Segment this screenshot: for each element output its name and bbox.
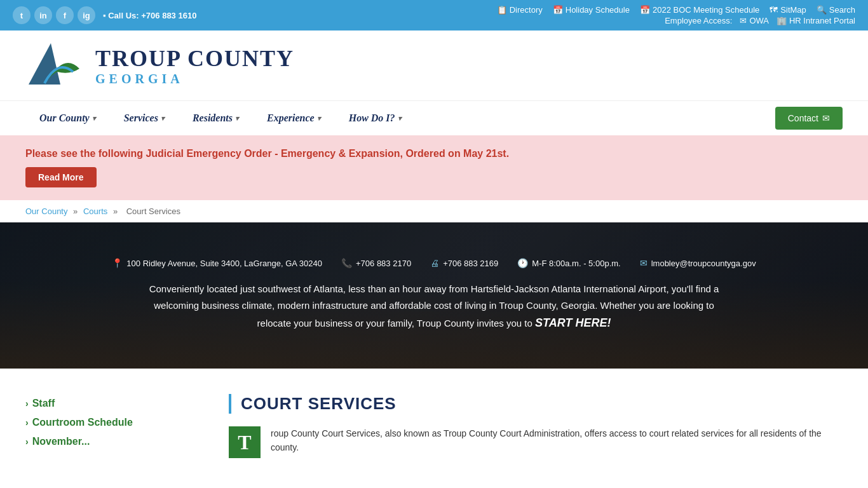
location-icon: 📍 <box>112 258 123 268</box>
sidebar-item-staff[interactable]: › Staff <box>25 394 203 413</box>
logo-area: TROUP COUNTY GEORGIA <box>0 30 868 100</box>
facebook-icon[interactable]: f <box>56 6 74 24</box>
hero-section: 📍 100 Ridley Avenue, Suite 3400, LaGrang… <box>0 222 868 369</box>
call-us-label: Call Us: <box>108 11 139 20</box>
hero-email: ✉ lmobley@troupcountyga.gov <box>640 258 756 268</box>
contact-button[interactable]: Contact ✉ <box>775 107 843 130</box>
holiday-link[interactable]: 📅 Holiday Schedule <box>553 5 630 15</box>
call-us: ▪ Call Us: +706 883 1610 <box>103 11 196 20</box>
chevron-right-icon: › <box>25 398 29 409</box>
chevron-down-icon: ▾ <box>235 114 239 123</box>
sidebar-item-courtroom-schedule[interactable]: › Courtroom Schedule <box>25 413 203 432</box>
phone-number: +706 883 1610 <box>141 11 196 20</box>
chevron-down-icon: ▾ <box>161 114 165 123</box>
contact-bar: 📍 100 Ridley Avenue, Suite 3400, LaGrang… <box>112 258 756 268</box>
court-intro: T roup County Court Services, also known… <box>229 426 843 458</box>
court-text: roup County Court Services, also known a… <box>271 426 843 455</box>
alert-text: Please see the following Judicial Emerge… <box>25 148 843 159</box>
breadcrumb-courts[interactable]: Courts <box>83 207 107 216</box>
nav-item-services[interactable]: Services ▾ <box>110 101 179 135</box>
logo-svg <box>25 40 89 91</box>
email-icon: ✉ <box>640 258 648 268</box>
logo-text: TROUP COUNTY GEORGIA <box>95 45 294 86</box>
nav-items: Our County ▾ Services ▾ Residents ▾ Expe… <box>25 101 416 135</box>
alert-bar: Please see the following Judicial Emerge… <box>0 135 868 200</box>
logo-container[interactable]: TROUP COUNTY GEORGIA <box>25 40 294 91</box>
main-content: COURT SERVICES T roup County Court Servi… <box>229 394 843 458</box>
breadcrumb: Our County » Courts » Court Services <box>0 200 868 222</box>
hero-address: 📍 100 Ridley Avenue, Suite 3400, LaGrang… <box>112 258 322 268</box>
read-more-button[interactable]: Read More <box>25 167 97 187</box>
chevron-down-icon: ▾ <box>317 114 321 123</box>
linkedin-icon[interactable]: in <box>34 6 52 24</box>
logo-subtitle: GEORGIA <box>95 72 294 86</box>
sidebar-item-november[interactable]: › November... <box>25 432 203 451</box>
hr-portal-link[interactable]: 🏢 HR Intranet Portal <box>776 16 855 25</box>
court-letter: T <box>229 426 261 458</box>
hero-fax: 🖨 +706 883 2169 <box>430 258 498 268</box>
sidebar: › Staff › Courtroom Schedule › November.… <box>25 394 203 458</box>
logo-title: TROUP COUNTY <box>95 45 294 72</box>
content-area: › Staff › Courtroom Schedule › November.… <box>0 369 868 484</box>
chevron-down-icon: ▾ <box>398 114 402 123</box>
hero-cta: START HERE! <box>535 316 611 329</box>
envelope-icon: ✉ <box>822 113 830 123</box>
fax-icon: 🖨 <box>430 258 439 268</box>
hero-phone: 📞 +706 883 2170 <box>341 258 411 268</box>
social-icons: t in f ig <box>13 6 95 24</box>
twitter-icon[interactable]: t <box>13 6 31 24</box>
phone-icon: 📞 <box>341 258 352 268</box>
chevron-right-icon: › <box>25 437 29 447</box>
top-nav-links: 📋 Directory 📅 Holiday Schedule 📅 2022 BO… <box>497 5 855 15</box>
top-bar: t in f ig ▪ Call Us: +706 883 1610 📋 Dir… <box>0 0 868 30</box>
hero-description: Conveniently located just southwest of A… <box>148 281 720 333</box>
clock-icon: 🕐 <box>517 258 528 268</box>
owa-link[interactable]: ✉ OWA <box>740 16 769 25</box>
boc-link[interactable]: 📅 2022 BOC Meeting Schedule <box>640 5 759 15</box>
chevron-right-icon: › <box>25 417 29 428</box>
main-nav: Our County ▾ Services ▾ Residents ▾ Expe… <box>0 100 868 135</box>
section-title: COURT SERVICES <box>229 394 843 414</box>
nav-item-our-county[interactable]: Our County ▾ <box>25 101 110 135</box>
employee-access: Employee Access: ✉ OWA 🏢 HR Intranet Por… <box>665 16 855 25</box>
nav-item-residents[interactable]: Residents ▾ <box>179 101 253 135</box>
directory-link[interactable]: 📋 Directory <box>497 5 543 15</box>
nav-item-experience[interactable]: Experience ▾ <box>253 101 335 135</box>
breadcrumb-separator: » <box>113 207 120 216</box>
chevron-down-icon: ▾ <box>92 114 96 123</box>
nav-item-how-do-i[interactable]: How Do I? ▾ <box>335 101 416 135</box>
breadcrumb-our-county[interactable]: Our County <box>25 207 67 216</box>
instagram-icon[interactable]: ig <box>78 6 95 24</box>
top-bar-right: 📋 Directory 📅 Holiday Schedule 📅 2022 BO… <box>497 5 855 25</box>
employee-label: Employee Access: <box>665 16 732 25</box>
top-bar-left: t in f ig ▪ Call Us: +706 883 1610 <box>13 6 196 24</box>
svg-marker-0 <box>29 43 60 85</box>
sitemap-link[interactable]: 🗺 SitMap <box>770 5 806 15</box>
breadcrumb-separator: » <box>73 207 80 216</box>
breadcrumb-current: Court Services <box>126 207 180 216</box>
hero-hours: 🕐 M-F 8:00a.m. - 5:00p.m. <box>517 258 620 268</box>
search-link[interactable]: 🔍 Search <box>817 5 855 15</box>
